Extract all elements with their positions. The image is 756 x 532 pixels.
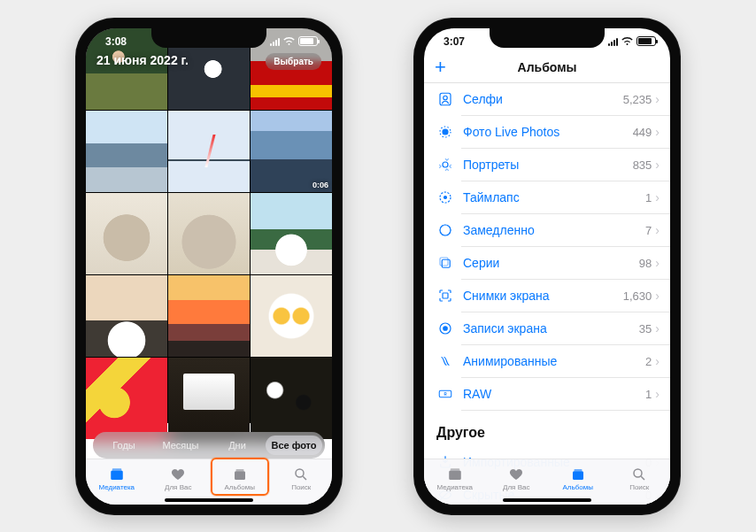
tab-label: Поиск	[291, 483, 311, 491]
tab-label: Для Вас	[503, 483, 529, 491]
svg-point-10	[443, 162, 448, 167]
album-row-selfie[interactable]: Селфи 5,235 ›	[424, 83, 670, 116]
svg-text:R: R	[444, 392, 447, 397]
home-indicator[interactable]	[503, 498, 591, 502]
album-count: 98	[639, 257, 652, 270]
library-icon	[446, 466, 464, 482]
svg-point-27	[634, 469, 642, 477]
svg-point-13	[440, 225, 451, 235]
album-row-bursts[interactable]: Серии 98 ›	[424, 247, 670, 280]
album-row-live-photos[interactable]: Фото Live Photos 449 ›	[424, 116, 670, 149]
album-label: Серии	[463, 256, 639, 270]
tab-for-you[interactable]: Для Вас	[486, 459, 548, 499]
svg-rect-17	[443, 293, 448, 298]
photo-thumb[interactable]	[251, 358, 332, 439]
album-count: 835	[633, 158, 652, 172]
tab-albums[interactable]: Альбомы	[209, 459, 271, 499]
nav-title: Альбомы	[518, 60, 577, 74]
burst-icon	[436, 254, 454, 272]
svg-rect-16	[440, 258, 448, 266]
svg-point-12	[444, 197, 447, 199]
wifi-icon	[621, 37, 633, 46]
album-label: Записи экрана	[463, 321, 639, 335]
photo-thumb[interactable]	[168, 275, 250, 357]
svg-rect-23	[449, 471, 461, 481]
photo-thumb[interactable]	[86, 111, 167, 192]
video-duration: 0:06	[312, 181, 328, 189]
screenshot-icon	[436, 287, 454, 305]
album-row-raw[interactable]: R RAW 1 ›	[424, 378, 670, 411]
photo-thumb[interactable]	[86, 193, 167, 274]
nav-bar: + Альбомы	[424, 53, 670, 83]
svg-line-5	[304, 476, 307, 480]
svg-rect-24	[451, 468, 460, 470]
tab-search[interactable]: Поиск	[609, 459, 671, 499]
svg-rect-26	[574, 469, 582, 471]
chevron-right-icon: ›	[655, 289, 660, 303]
albums-icon	[569, 466, 587, 482]
svg-rect-0	[111, 471, 123, 481]
album-label: Анимированные	[463, 354, 645, 368]
chevron-right-icon: ›	[655, 354, 660, 368]
album-row-portraits[interactable]: Портреты 835 ›	[424, 149, 670, 181]
chevron-right-icon: ›	[655, 321, 660, 335]
album-row-animated[interactable]: Анимированные 2 ›	[424, 345, 670, 378]
svg-point-19	[444, 327, 448, 331]
tab-for-you[interactable]: Для Вас	[148, 459, 210, 499]
raw-icon: R	[436, 385, 454, 403]
album-count: 1	[645, 388, 652, 401]
heart-icon	[507, 466, 525, 482]
timelapse-icon	[436, 189, 454, 206]
album-label: Таймлапс	[463, 190, 645, 204]
svg-rect-1	[112, 468, 122, 470]
live-photos-icon	[436, 123, 454, 141]
photo-thumb[interactable]	[86, 275, 167, 357]
photo-grid[interactable]: 0:06	[86, 28, 332, 423]
phone-left: 3:08 21 июня 2022 г. Выбрать 0:06	[75, 18, 343, 515]
album-label: Фото Live Photos	[463, 125, 633, 139]
album-count: 35	[639, 322, 652, 335]
photo-thumb[interactable]	[86, 358, 167, 439]
tab-label: Альбомы	[225, 483, 255, 491]
tab-search[interactable]: Поиск	[271, 459, 333, 499]
photo-thumb[interactable]	[251, 275, 332, 357]
photo-thumb[interactable]	[251, 193, 332, 274]
album-row-screenshots[interactable]: Снимки экрана 1,630 ›	[424, 280, 670, 312]
album-list[interactable]: Селфи 5,235 › Фото Live Photos 449 ›	[424, 83, 670, 505]
album-count: 5,235	[623, 93, 652, 106]
home-indicator[interactable]	[165, 498, 253, 502]
segment-days[interactable]: Дни	[209, 436, 266, 455]
view-segmented-control[interactable]: Годы Месяцы Дни Все фото	[93, 432, 325, 459]
svg-rect-15	[442, 259, 450, 267]
tab-library[interactable]: Медиатека	[86, 459, 148, 499]
album-row-slomo[interactable]: Замедленно 7 ›	[424, 214, 670, 247]
tab-albums[interactable]: Альбомы	[547, 459, 609, 499]
svg-point-8	[443, 129, 448, 135]
album-label: Селфи	[463, 92, 623, 106]
album-row-screen-recordings[interactable]: Записи экрана 35 ›	[424, 312, 670, 345]
search-icon	[630, 466, 648, 482]
portrait-icon	[436, 156, 454, 173]
tab-label: Медиатека	[436, 483, 473, 491]
tab-label: Альбомы	[563, 483, 593, 491]
chevron-right-icon: ›	[655, 158, 660, 172]
photo-thumb[interactable]	[168, 358, 250, 439]
tab-library[interactable]: Медиатека	[424, 459, 486, 499]
svg-rect-25	[573, 471, 583, 480]
screen-recording-icon	[436, 320, 454, 337]
add-album-button[interactable]: +	[435, 58, 446, 77]
video-thumb[interactable]: 0:06	[251, 111, 332, 192]
library-date-title: 21 июня 2022 г.	[96, 53, 189, 67]
notch	[490, 28, 605, 48]
chevron-right-icon: ›	[655, 223, 660, 237]
segment-months[interactable]: Месяцы	[152, 436, 209, 455]
album-label: RAW	[463, 387, 645, 401]
phone-right: 3:07 + Альбомы Селфи	[413, 18, 681, 515]
select-button[interactable]: Выбрать	[266, 53, 321, 70]
photo-thumb[interactable]	[168, 111, 250, 192]
photo-thumb[interactable]	[168, 193, 250, 274]
svg-rect-3	[235, 469, 243, 471]
segment-all-photos[interactable]: Все фото	[266, 436, 322, 455]
segment-years[interactable]: Годы	[96, 436, 152, 455]
album-row-timelapse[interactable]: Таймлапс 1 ›	[424, 181, 670, 214]
